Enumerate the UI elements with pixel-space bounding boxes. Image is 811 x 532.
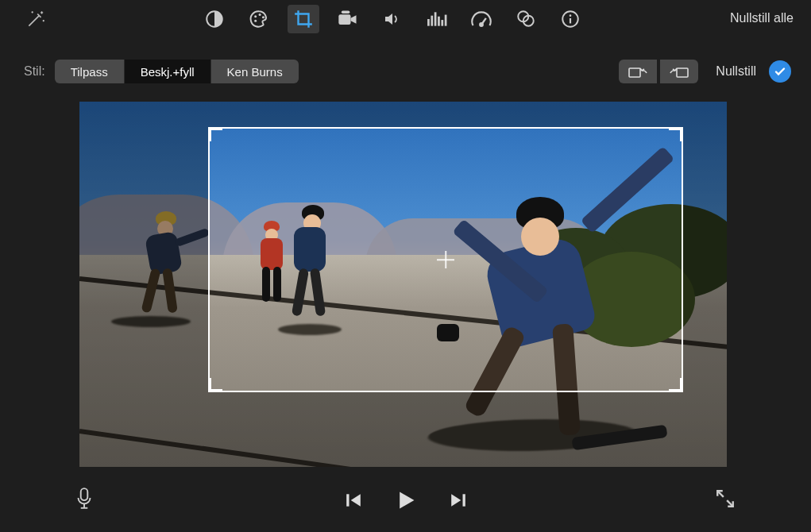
svg-point-1 xyxy=(254,15,257,17)
info-button[interactable] xyxy=(554,5,586,33)
previous-frame-button[interactable] xyxy=(340,487,367,514)
svg-rect-22 xyxy=(462,494,465,506)
reset-all-button[interactable]: Nullstill alle xyxy=(730,11,794,25)
crop-center-crosshair xyxy=(437,251,454,268)
svg-rect-12 xyxy=(445,15,447,26)
crop-rectangle[interactable] xyxy=(208,127,683,392)
info-icon xyxy=(560,9,581,29)
expand-icon xyxy=(715,488,736,509)
svg-rect-20 xyxy=(81,488,88,500)
confirm-button[interactable] xyxy=(769,60,791,83)
voiceover-button[interactable] xyxy=(75,487,93,514)
magic-wand-button[interactable] xyxy=(8,9,64,29)
svg-rect-10 xyxy=(438,17,440,26)
volume-button[interactable] xyxy=(377,5,408,33)
svg-rect-5 xyxy=(338,14,350,25)
style-label: Stil: xyxy=(24,64,45,79)
crop-handle-bottom-left[interactable] xyxy=(208,378,222,392)
crop-handle-top-left[interactable] xyxy=(208,127,222,141)
reset-crop-button[interactable]: Nullstill xyxy=(716,64,756,79)
rotate-ccw-icon xyxy=(626,64,650,79)
skip-back-icon xyxy=(345,492,362,509)
checkmark-icon xyxy=(774,65,786,78)
crop-handle-bottom-right[interactable] xyxy=(669,378,683,392)
svg-rect-6 xyxy=(342,11,350,14)
style-segmented-control: Tilpass Beskj.+fyll Ken Burns xyxy=(55,60,299,83)
svg-rect-18 xyxy=(629,68,640,77)
style-option-fit[interactable]: Tilpass xyxy=(55,60,125,83)
transport-bar xyxy=(0,480,811,520)
svg-point-2 xyxy=(259,13,261,16)
crop-button[interactable] xyxy=(288,5,319,33)
overlap-circles-icon xyxy=(515,9,537,29)
rotate-cw-button[interactable] xyxy=(660,60,698,83)
crop-actions: Nullstill xyxy=(619,60,791,83)
svg-rect-9 xyxy=(434,12,437,25)
equalizer-button[interactable] xyxy=(421,5,453,33)
svg-rect-21 xyxy=(346,494,349,506)
contrast-icon xyxy=(204,9,225,29)
rotate-cw-icon xyxy=(667,64,691,79)
svg-rect-8 xyxy=(431,16,433,26)
contrast-button[interactable] xyxy=(199,5,230,33)
speedometer-icon xyxy=(470,10,492,29)
fullscreen-button[interactable] xyxy=(715,488,736,512)
palette-icon xyxy=(248,9,270,29)
style-option-crop-fill[interactable]: Beskj.+fyll xyxy=(125,60,211,83)
microphone-icon xyxy=(75,487,93,511)
svg-point-17 xyxy=(570,14,572,17)
play-button[interactable] xyxy=(392,487,419,514)
magic-wand-icon xyxy=(25,9,46,29)
svg-rect-11 xyxy=(441,20,443,26)
svg-point-13 xyxy=(480,23,483,26)
crop-style-bar: Stil: Tilpass Beskj.+fyll Ken Burns Null… xyxy=(0,56,811,87)
filters-button[interactable] xyxy=(510,5,542,33)
skip-forward-icon xyxy=(450,492,467,509)
video-camera-icon xyxy=(337,10,359,29)
color-palette-button[interactable] xyxy=(243,5,275,33)
next-frame-button[interactable] xyxy=(445,487,472,514)
speed-button[interactable] xyxy=(465,5,497,33)
equalizer-icon xyxy=(427,10,447,28)
adjustment-toolbar xyxy=(199,5,586,33)
top-toolbar: Nullstill alle xyxy=(0,0,811,38)
volume-icon xyxy=(382,10,403,29)
svg-point-4 xyxy=(262,16,265,18)
svg-point-3 xyxy=(254,20,257,22)
svg-rect-7 xyxy=(427,19,430,26)
play-icon xyxy=(396,490,416,511)
crop-icon xyxy=(293,9,314,29)
stabilize-button[interactable] xyxy=(332,5,364,33)
playback-controls xyxy=(340,487,472,514)
clip-viewer xyxy=(79,102,727,467)
style-option-ken-burns[interactable]: Ken Burns xyxy=(211,60,299,83)
crop-handle-top-right[interactable] xyxy=(669,127,683,141)
rotate-ccw-button[interactable] xyxy=(619,60,657,83)
svg-rect-19 xyxy=(677,68,688,77)
